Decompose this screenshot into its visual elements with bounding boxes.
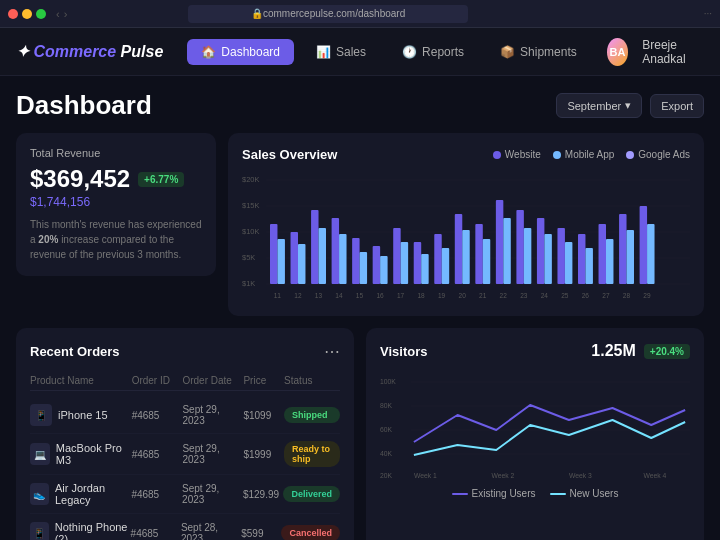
home-icon: 🏠 (201, 45, 216, 59)
status-badge: Ready to ship (284, 441, 340, 467)
visitors-stats: 1.25M +20.4% (591, 342, 690, 360)
svg-rect-37 (544, 234, 551, 284)
back-arrow-icon[interactable]: ‹ (56, 8, 60, 20)
order-date: Sept 28, 2023 (181, 522, 241, 540)
visitors-count: 1.25M (591, 342, 635, 360)
svg-rect-26 (434, 234, 441, 284)
product-name: MacBook Pro M3 (56, 442, 132, 466)
svg-text:100K: 100K (380, 378, 396, 385)
bottom-grid: Recent Orders ⋯ Product Name Order ID Or… (16, 328, 704, 540)
nav-reports[interactable]: 🕐 Reports (388, 39, 478, 65)
revenue-card: Total Revenue $369,452 +6.77% $1,744,156… (16, 133, 216, 276)
svg-text:11: 11 (274, 292, 281, 299)
existing-users-line-icon (452, 493, 468, 495)
svg-rect-32 (496, 200, 503, 284)
product-cell: 💻 MacBook Pro M3 (30, 442, 132, 466)
order-price: $129.99 (243, 489, 284, 500)
svg-text:Week 4: Week 4 (644, 472, 667, 479)
titlebar-right: ··· (704, 8, 712, 19)
order-id: #4685 (132, 449, 183, 460)
svg-text:60K: 60K (380, 426, 392, 433)
new-users-line-icon (550, 493, 566, 495)
sales-overview-card: Sales Overview Website Mobile App Google… (228, 133, 704, 316)
window-controls[interactable] (8, 9, 46, 19)
svg-rect-28 (455, 214, 462, 284)
svg-text:23: 23 (520, 292, 527, 299)
sales-title: Sales Overview (242, 147, 337, 162)
svg-text:27: 27 (602, 292, 609, 299)
minimize-btn[interactable] (22, 9, 32, 19)
order-date: Sept 29, 2023 (182, 404, 243, 426)
svg-text:Week 3: Week 3 (569, 472, 592, 479)
order-price: $599 (241, 528, 281, 539)
sales-icon: 📊 (316, 45, 331, 59)
svg-text:$10K: $10K (242, 227, 260, 236)
table-header: Product Name Order ID Order Date Price S… (30, 371, 340, 391)
orders-more-button[interactable]: ⋯ (324, 342, 340, 361)
svg-text:Week 2: Week 2 (491, 472, 514, 479)
bar-chart: $20K $15K $10K $5K $1K (242, 172, 690, 302)
visitors-change-badge: +20.4% (644, 344, 690, 359)
visitors-card: Visitors 1.25M +20.4% 100K 80K 60K 40K (366, 328, 704, 540)
table-row: 💻 MacBook Pro M3 #4685 Sept 29, 2023 $19… (30, 434, 340, 475)
svg-rect-47 (647, 224, 654, 284)
chevron-down-icon: ▾ (625, 99, 631, 112)
export-button[interactable]: Export (650, 94, 704, 118)
svg-text:80K: 80K (380, 402, 392, 409)
svg-rect-29 (462, 230, 469, 284)
avatar[interactable]: BA (607, 38, 628, 66)
close-btn[interactable] (8, 9, 18, 19)
svg-rect-18 (352, 238, 359, 284)
svg-text:14: 14 (335, 292, 342, 299)
svg-rect-24 (414, 242, 421, 284)
svg-text:20K: 20K (380, 472, 392, 479)
nav-arrows[interactable]: ‹ › (56, 8, 67, 20)
shipments-icon: 📦 (500, 45, 515, 59)
url-bar[interactable]: 🔒 commercepulse.com/dashboard (188, 5, 468, 23)
legend-website: Website (493, 149, 541, 160)
svg-rect-12 (291, 232, 298, 284)
svg-rect-17 (339, 234, 346, 284)
table-row: 📱 Nothing Phone (2) #4685 Sept 28, 2023 … (30, 514, 340, 540)
username-label: Breeje Anadkal (642, 38, 704, 66)
svg-text:15: 15 (356, 292, 363, 299)
svg-text:12: 12 (294, 292, 301, 299)
revenue-amount: $369,452 +6.77% (30, 165, 202, 193)
col-product: Product Name (30, 375, 132, 386)
revenue-change-badge: +6.77% (138, 172, 184, 187)
svg-text:18: 18 (417, 292, 424, 299)
svg-text:Week 1: Week 1 (414, 472, 437, 479)
svg-text:40K: 40K (380, 450, 392, 457)
svg-text:19: 19 (438, 292, 445, 299)
svg-text:$1K: $1K (242, 279, 256, 288)
svg-rect-22 (393, 228, 400, 284)
svg-rect-44 (619, 214, 626, 284)
svg-text:$15K: $15K (242, 201, 260, 210)
forward-arrow-icon[interactable]: › (64, 8, 68, 20)
legend-existing-users: Existing Users (452, 488, 536, 499)
nav-shipments[interactable]: 📦 Shipments (486, 39, 591, 65)
svg-rect-19 (360, 252, 367, 284)
svg-rect-23 (401, 242, 408, 284)
nav-dashboard[interactable]: 🏠 Dashboard (187, 39, 294, 65)
content-grid: Total Revenue $369,452 +6.77% $1,744,156… (16, 133, 704, 316)
revenue-value: $369,452 (30, 165, 130, 193)
order-date: Sept 29, 2023 (182, 483, 243, 505)
product-cell: 👟 Air Jordan Legacy (30, 482, 131, 506)
nav-sales[interactable]: 📊 Sales (302, 39, 380, 65)
svg-text:21: 21 (479, 292, 486, 299)
lock-icon: 🔒 (251, 8, 263, 19)
svg-rect-31 (483, 239, 490, 284)
month-selector[interactable]: September ▾ (556, 93, 642, 118)
order-price: $1099 (243, 410, 284, 421)
product-icon: 👟 (30, 483, 49, 505)
brand-logo: ✦ Commerce Pulse (16, 42, 163, 61)
product-name: Air Jordan Legacy (55, 482, 131, 506)
maximize-btn[interactable] (36, 9, 46, 19)
svg-rect-40 (578, 234, 585, 284)
svg-text:24: 24 (541, 292, 548, 299)
col-status: Status (284, 375, 340, 386)
visitors-legend: Existing Users New Users (380, 488, 690, 499)
svg-rect-25 (421, 254, 428, 284)
top-bar-right: September ▾ Export (556, 93, 704, 118)
